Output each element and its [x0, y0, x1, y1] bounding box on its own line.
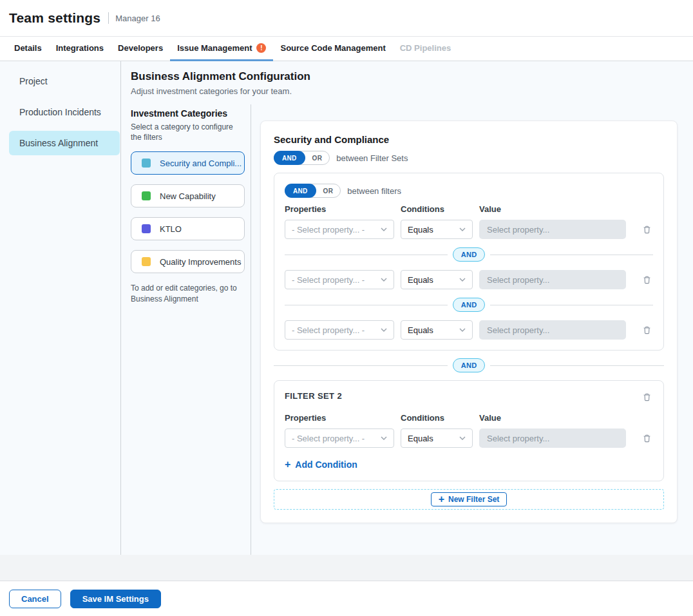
trash-icon — [642, 392, 652, 402]
sidebar-item-production-incidents[interactable]: Production Incidents — [9, 100, 120, 124]
add-condition-button[interactable]: + Add Condition — [285, 459, 357, 470]
conditions-column-header: Conditions — [401, 413, 473, 423]
condition-select[interactable]: Equals — [401, 220, 473, 239]
value-input[interactable]: Select property... — [479, 270, 626, 289]
category-swatch — [142, 159, 151, 168]
tab-source-code-management[interactable]: Source Code Management — [273, 37, 392, 61]
tab-integrations[interactable]: Integrations — [49, 37, 111, 61]
sidebar-item-project[interactable]: Project — [9, 69, 120, 93]
investment-categories-panel: Investment Categories Select a category … — [131, 104, 251, 555]
between-filter-sets-label: between Filter Sets — [336, 153, 408, 163]
columns-header: Properties Conditions Value — [285, 204, 653, 214]
selected-category-heading: Security and Compliance — [274, 134, 664, 145]
footer-actions: Cancel Save IM Settings — [0, 581, 693, 616]
categories-subtitle: Select a category to configure the filte… — [131, 122, 245, 142]
filter-set-2-title: FILTER SET 2 — [285, 391, 342, 401]
condition-select-value: Equals — [408, 325, 433, 335]
properties-column-header: Properties — [285, 413, 394, 423]
delete-filter-button[interactable] — [641, 432, 653, 445]
property-select[interactable]: - Select property... - — [285, 428, 394, 448]
tab-cd-pipelines-label: CD Pipelines — [400, 43, 451, 53]
category-label: Security and Compli... — [160, 159, 242, 168]
property-select[interactable]: - Select property... - — [285, 270, 394, 289]
category-button-security-and-compliance[interactable]: Security and Compli... — [131, 151, 245, 175]
condition-select[interactable]: Equals — [401, 320, 473, 340]
page-title: Team settings — [9, 10, 100, 26]
delete-filter-button[interactable] — [641, 324, 653, 336]
category-label: KTLO — [160, 224, 182, 234]
tab-scm-label: Source Code Management — [280, 43, 385, 53]
condition-select-value: Equals — [408, 275, 433, 285]
filter-row: - Select property... - Equals Select pro… — [285, 428, 653, 448]
team-name-label: Manager 16 — [115, 14, 160, 23]
property-select-placeholder: - Select property... - — [292, 225, 365, 235]
tab-integrations-label: Integrations — [56, 43, 104, 53]
category-button-new-capability[interactable]: New Capability — [131, 184, 245, 207]
filter-sets-operator-row: AND OR between Filter Sets — [274, 151, 664, 165]
new-filter-set-button[interactable]: + New Filter Set — [431, 492, 508, 506]
delete-filter-button[interactable] — [641, 274, 653, 286]
and-or-toggle-filter-sets[interactable]: AND OR — [274, 151, 330, 165]
trash-icon — [642, 275, 652, 285]
category-swatch — [142, 191, 151, 200]
value-input[interactable]: Select property... — [479, 220, 626, 239]
property-select[interactable]: - Select property... - — [285, 320, 394, 340]
filter-row: - Select property... - Equals Select pro… — [285, 220, 653, 239]
content-bottom-strip — [0, 555, 693, 581]
and-separator: AND — [285, 298, 653, 312]
category-label: Quality Improvements — [160, 257, 241, 267]
and-chip: AND — [453, 247, 486, 262]
chevron-down-icon — [381, 328, 387, 332]
toggle-or-option[interactable]: OR — [316, 188, 341, 195]
category-button-ktlo[interactable]: KTLO — [131, 217, 245, 240]
toggle-and-option[interactable]: AND — [274, 151, 305, 165]
property-select[interactable]: - Select property... - — [285, 220, 394, 239]
chevron-down-icon — [459, 436, 466, 440]
chevron-down-icon — [459, 328, 466, 332]
value-input[interactable]: Select property... — [479, 320, 626, 340]
condition-select-value: Equals — [408, 434, 433, 443]
category-button-quality-improvements[interactable]: Quality Improvements — [131, 250, 245, 273]
condition-select[interactable]: Equals — [401, 270, 473, 289]
trash-icon — [642, 434, 652, 443]
value-column-header: Value — [479, 413, 626, 423]
delete-filter-button[interactable] — [641, 224, 653, 236]
toggle-or-option[interactable]: OR — [305, 155, 330, 162]
delete-filter-set-button[interactable] — [641, 391, 653, 403]
filter-row: - Select property... - Equals Select pro… — [285, 270, 653, 289]
filter-set-2-card: FILTER SET 2 Properties Conditions Value — [274, 380, 664, 481]
and-chip: AND — [453, 358, 486, 372]
property-select-placeholder: - Select property... - — [292, 275, 365, 285]
new-filter-set-label: New Filter Set — [448, 495, 499, 504]
filter-set-1-card: AND OR between filters Properties Condit… — [274, 173, 664, 351]
app-header: Team settings Manager 16 — [0, 0, 693, 37]
properties-column-header: Properties — [285, 204, 394, 214]
and-chip: AND — [453, 298, 486, 312]
tab-details[interactable]: Details — [7, 37, 49, 61]
tab-issue-management[interactable]: Issue Management ! — [170, 37, 273, 61]
filter-set-2-header: FILTER SET 2 — [285, 391, 653, 403]
add-condition-label: Add Condition — [295, 459, 357, 470]
trash-icon — [642, 225, 652, 235]
chevron-down-icon — [381, 227, 387, 231]
section-title: Business Alignment Configuration — [131, 70, 693, 83]
category-swatch — [142, 257, 151, 266]
tab-cd-pipelines: CD Pipelines — [393, 37, 458, 61]
condition-select[interactable]: Equals — [401, 428, 473, 448]
separator-line — [490, 365, 664, 366]
and-or-toggle-filters[interactable]: AND OR — [285, 184, 341, 198]
tab-developers[interactable]: Developers — [111, 37, 170, 61]
filter-row: - Select property... - Equals Select pro… — [285, 320, 653, 340]
value-input[interactable]: Select property... — [479, 428, 626, 448]
categories-footnote: To add or edit categories, go to Busines… — [131, 283, 245, 305]
cancel-button[interactable]: Cancel — [9, 590, 61, 608]
new-filter-set-dropzone: + New Filter Set — [274, 489, 664, 510]
filters-panel: Security and Compliance AND OR between F… — [260, 120, 678, 523]
right-region: Business Alignment Configuration Adjust … — [121, 61, 693, 555]
alert-badge-icon: ! — [256, 43, 266, 53]
condition-select-value: Equals — [408, 225, 433, 235]
toggle-and-option[interactable]: AND — [285, 184, 316, 198]
sidebar-item-business-alignment[interactable]: Business Alignment — [9, 131, 120, 155]
separator-line — [285, 255, 448, 255]
save-im-settings-button[interactable]: Save IM Settings — [70, 590, 161, 608]
